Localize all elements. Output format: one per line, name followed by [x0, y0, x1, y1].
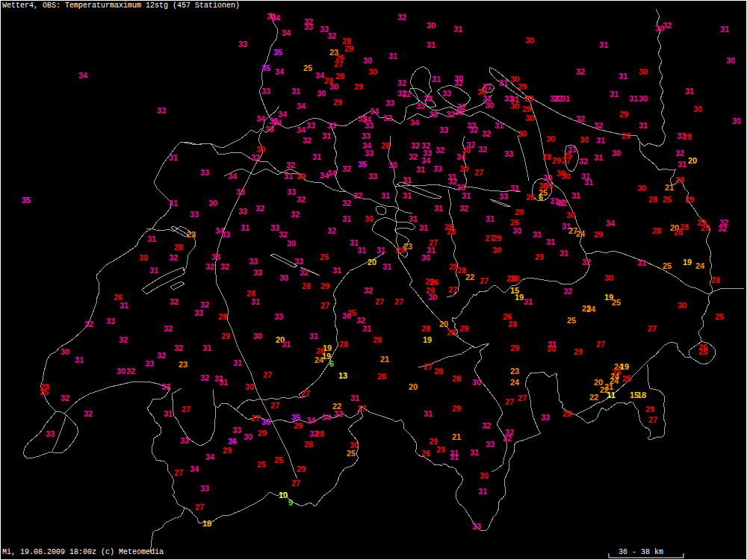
svg-text:33: 33: [265, 125, 274, 134]
svg-text:11: 11: [607, 391, 616, 399]
svg-text:30: 30: [639, 67, 648, 76]
svg-text:34: 34: [228, 172, 238, 181]
svg-text:28: 28: [447, 227, 456, 236]
svg-text:27: 27: [562, 156, 571, 165]
svg-text:25: 25: [663, 195, 672, 204]
svg-text:28: 28: [542, 152, 551, 161]
svg-text:32: 32: [563, 287, 572, 296]
svg-text:32: 32: [579, 157, 588, 166]
svg-text:31: 31: [251, 297, 260, 306]
svg-text:27: 27: [448, 285, 457, 294]
svg-text:33: 33: [306, 121, 315, 130]
svg-text:33: 33: [287, 187, 296, 196]
svg-text:35: 35: [358, 160, 367, 169]
svg-text:32: 32: [297, 195, 306, 204]
svg-text:32: 32: [303, 136, 311, 145]
svg-text:30: 30: [117, 367, 125, 376]
svg-text:28: 28: [174, 243, 183, 252]
svg-text:30: 30: [561, 172, 570, 181]
svg-text:24: 24: [586, 305, 596, 314]
svg-text:29: 29: [522, 105, 531, 113]
svg-text:33: 33: [200, 484, 209, 493]
svg-text:30: 30: [480, 471, 489, 480]
svg-text:27: 27: [394, 297, 403, 306]
svg-text:32: 32: [482, 129, 491, 138]
svg-text:31: 31: [610, 90, 619, 99]
svg-text:9: 9: [288, 498, 293, 507]
svg-text:33: 33: [106, 317, 115, 326]
svg-text:28: 28: [335, 72, 344, 81]
svg-text:30: 30: [279, 273, 288, 282]
svg-text:30: 30: [510, 102, 519, 111]
svg-text:34: 34: [256, 114, 266, 123]
svg-text:20: 20: [409, 382, 418, 391]
svg-text:32: 32: [558, 199, 567, 208]
svg-text:31: 31: [678, 160, 686, 169]
svg-text:21: 21: [665, 183, 674, 192]
svg-text:30: 30: [566, 211, 575, 220]
svg-text:33: 33: [232, 426, 241, 435]
svg-text:36: 36: [228, 437, 237, 446]
svg-text:25: 25: [612, 298, 621, 307]
svg-text:34: 34: [297, 125, 306, 134]
svg-text:30: 30: [546, 134, 555, 143]
svg-text:30: 30: [525, 113, 534, 122]
svg-text:31: 31: [376, 246, 385, 255]
svg-text:27: 27: [334, 60, 343, 69]
svg-text:27: 27: [648, 415, 657, 424]
svg-text:28: 28: [373, 335, 382, 344]
svg-text:31: 31: [434, 204, 443, 213]
svg-text:32: 32: [383, 113, 392, 122]
svg-text:33: 33: [238, 207, 247, 216]
svg-text:32: 32: [164, 324, 173, 333]
svg-text:31: 31: [486, 214, 495, 223]
svg-text:31: 31: [524, 297, 533, 306]
svg-text:32: 32: [119, 335, 128, 344]
svg-text:24: 24: [576, 229, 586, 238]
svg-text:28: 28: [452, 374, 461, 383]
svg-text:32: 32: [205, 262, 214, 271]
svg-text:32: 32: [353, 191, 362, 200]
svg-text:25: 25: [622, 374, 631, 383]
svg-text:29: 29: [524, 94, 533, 103]
svg-text:25: 25: [320, 252, 329, 261]
svg-text:30: 30: [612, 149, 621, 158]
svg-text:30: 30: [253, 332, 262, 340]
svg-text:27: 27: [648, 324, 657, 333]
svg-text:33: 33: [439, 125, 448, 134]
svg-text:30: 30: [427, 21, 436, 30]
svg-text:33: 33: [304, 22, 313, 31]
svg-text:32: 32: [84, 320, 93, 329]
svg-text:29: 29: [574, 347, 583, 356]
svg-text:30: 30: [485, 101, 494, 110]
svg-text:34: 34: [456, 152, 466, 161]
svg-text:36: 36: [261, 417, 270, 426]
svg-text:27: 27: [375, 297, 384, 306]
svg-text:31: 31: [619, 72, 627, 81]
svg-text:30: 30: [525, 36, 534, 45]
svg-text:33: 33: [180, 436, 189, 445]
svg-text:30: 30: [637, 184, 646, 193]
svg-text:31: 31: [409, 214, 418, 223]
svg-text:30: 30: [726, 56, 735, 65]
svg-text:32: 32: [436, 146, 444, 155]
svg-text:27: 27: [320, 301, 329, 310]
svg-text:23: 23: [179, 360, 187, 369]
svg-text:28: 28: [434, 367, 443, 376]
svg-text:32: 32: [220, 262, 229, 271]
svg-text:30: 30: [459, 164, 468, 173]
svg-text:28: 28: [510, 274, 519, 283]
svg-text:31: 31: [432, 75, 441, 84]
svg-text:33: 33: [261, 87, 270, 96]
svg-text:27: 27: [301, 389, 310, 398]
svg-text:31: 31: [495, 121, 503, 130]
svg-text:31: 31: [478, 487, 487, 496]
svg-text:31: 31: [685, 87, 694, 96]
svg-text:33: 33: [362, 131, 371, 140]
svg-text:31: 31: [362, 324, 371, 333]
svg-text:28: 28: [315, 429, 324, 438]
svg-text:31: 31: [584, 178, 593, 187]
svg-text:33: 33: [365, 121, 374, 130]
svg-text:33: 33: [200, 168, 209, 177]
svg-text:31: 31: [322, 131, 331, 140]
